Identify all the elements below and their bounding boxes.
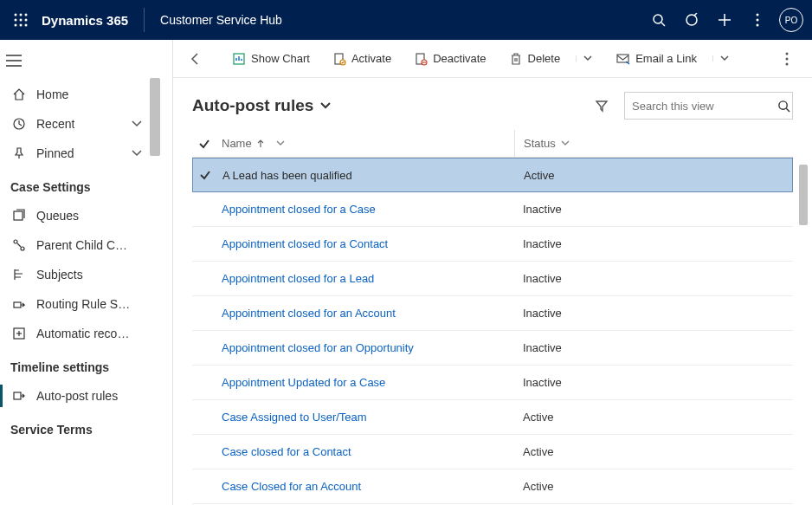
cell-name[interactable]: Appointment closed for a Case [216, 203, 514, 216]
sidebar-item-routing[interactable]: Routing Rule Sets [0, 289, 161, 319]
cell-status: Active [514, 411, 793, 424]
back-button[interactable] [184, 47, 208, 71]
command-overflow-icon[interactable] [774, 46, 800, 72]
sidebar-scrollbar[interactable] [149, 78, 161, 505]
cell-name[interactable]: Case Assigned to User/Team [216, 411, 514, 424]
show-chart-button[interactable]: Show Chart [225, 47, 317, 71]
table-row[interactable]: Case closed for a ContactActive [192, 435, 793, 469]
sidebar-item-automatic-record[interactable]: Automatic record ... [0, 319, 161, 348]
view-selector[interactable]: Auto-post rules [192, 96, 331, 115]
sidebar-item-label: Pinned [36, 146, 74, 160]
parent-child-icon [12, 238, 31, 252]
svg-point-8 [25, 24, 28, 27]
filter-icon[interactable] [588, 92, 615, 120]
cell-name[interactable]: Appointment Updated for a Case [216, 376, 514, 389]
email-link-button[interactable]: Email a Link [609, 47, 704, 71]
cell-status: Inactive [514, 307, 793, 320]
user-avatar[interactable]: PO [779, 8, 803, 32]
table-row[interactable]: Appointment closed for a ContactInactive [192, 227, 793, 262]
table-row[interactable]: Appointment closed for an OpportunityIna… [192, 331, 793, 366]
cell-name[interactable]: Case Closed for an Account [216, 480, 514, 493]
sidebar-item-queues[interactable]: Queues [0, 201, 161, 230]
column-label: Name [222, 137, 252, 150]
subjects-icon [12, 268, 31, 282]
sidebar-item-auto-post-rules[interactable]: Auto-post rules [0, 381, 161, 411]
main-scrollbar[interactable] [799, 78, 809, 505]
activate-button[interactable]: Activate [325, 47, 398, 71]
cmd-label: Email a Link [635, 52, 697, 65]
svg-point-17 [757, 24, 759, 27]
cell-name[interactable]: A Lead has been qualified [217, 169, 515, 182]
search-icon[interactable] [777, 100, 790, 113]
column-header-name[interactable]: Name [216, 137, 514, 150]
sidebar-item-label: Parent Child Case ... [36, 238, 132, 252]
delete-split[interactable] [576, 55, 592, 62]
email-link-split[interactable] [712, 55, 729, 62]
search-view-box[interactable] [624, 92, 793, 120]
table-row[interactable]: Appointment closed for an AccountInactiv… [192, 296, 793, 331]
table-row[interactable]: Appointment closed for a CaseInactive [192, 192, 793, 227]
app-name[interactable]: Dynamics 365 [42, 8, 145, 32]
table-row[interactable]: A Lead has been qualifiedActive [192, 158, 793, 192]
table-row[interactable]: Case Closed for an AccountActive [192, 469, 793, 504]
svg-line-12 [694, 13, 697, 16]
cmd-label: Activate [351, 52, 391, 65]
table-row[interactable]: Appointment closed for a LeadInactive [192, 262, 793, 296]
cell-status: Inactive [514, 272, 793, 285]
svg-point-6 [15, 24, 17, 27]
deactivate-button[interactable]: Deactivate [407, 47, 493, 71]
sort-ascending-icon [257, 139, 264, 148]
more-icon[interactable] [741, 0, 774, 40]
chevron-down-icon[interactable] [276, 140, 285, 146]
search-input[interactable] [632, 100, 777, 113]
sidebar-item-home[interactable]: Home [0, 80, 161, 109]
svg-line-41 [786, 108, 789, 112]
pin-icon [12, 146, 31, 160]
cmd-label: Show Chart [251, 52, 310, 65]
app-launcher-icon[interactable] [9, 8, 33, 32]
cell-name[interactable]: Appointment closed for a Contact [216, 237, 514, 250]
svg-point-40 [779, 100, 787, 108]
sidebar-item-pinned[interactable]: Pinned [0, 139, 161, 168]
row-checkbox[interactable] [193, 169, 217, 181]
cell-status: Active [515, 169, 792, 182]
chevron-down-icon[interactable] [561, 140, 570, 146]
cell-name[interactable]: Appointment closed for a Lead [216, 272, 514, 285]
chevron-down-icon[interactable] [132, 150, 142, 157]
task-icon[interactable] [675, 0, 708, 40]
svg-point-1 [20, 14, 23, 16]
deactivate-icon [414, 52, 428, 66]
chevron-down-icon [320, 102, 331, 109]
table-row[interactable]: Appointment Updated for a CaseInactive [192, 366, 793, 400]
sidebar-item-subjects[interactable]: Subjects [0, 260, 161, 289]
hamburger-icon[interactable] [0, 42, 33, 80]
svg-rect-22 [14, 211, 23, 220]
home-icon [12, 87, 31, 101]
search-icon[interactable] [642, 0, 675, 40]
svg-rect-25 [14, 302, 21, 308]
sidebar-section-service-terms: Service Terms [0, 411, 161, 443]
svg-point-11 [686, 15, 697, 25]
svg-rect-36 [617, 55, 628, 62]
sidebar-item-label: Automatic record ... [36, 327, 132, 340]
cell-status: Active [514, 480, 793, 493]
delete-button[interactable]: Delete [502, 47, 568, 71]
cell-name[interactable]: Appointment closed for an Opportunity [216, 341, 514, 354]
clock-icon [12, 117, 31, 131]
cell-name[interactable]: Appointment closed for an Account [216, 307, 514, 320]
sidebar-item-parent-child[interactable]: Parent Child Case ... [0, 230, 161, 260]
cell-status: Inactive [514, 237, 793, 250]
add-icon[interactable] [708, 0, 741, 40]
data-grid: Name Status A Lead has been qualifiedAct… [192, 130, 793, 504]
command-bar: Show Chart Activate Deactivate Delete Em… [173, 40, 812, 78]
hub-name[interactable]: Customer Service Hub [160, 13, 282, 27]
column-header-status[interactable]: Status [514, 130, 793, 157]
select-all-checkbox[interactable] [192, 138, 216, 150]
chevron-down-icon[interactable] [132, 120, 142, 127]
sidebar-item-recent[interactable]: Recent [0, 109, 161, 139]
sidebar-item-label: Home [36, 87, 68, 101]
cell-name[interactable]: Case closed for a Contact [216, 445, 514, 458]
table-row[interactable]: Case Assigned to User/TeamActive [192, 400, 793, 435]
svg-point-24 [21, 247, 24, 250]
cell-status: Inactive [514, 376, 793, 389]
